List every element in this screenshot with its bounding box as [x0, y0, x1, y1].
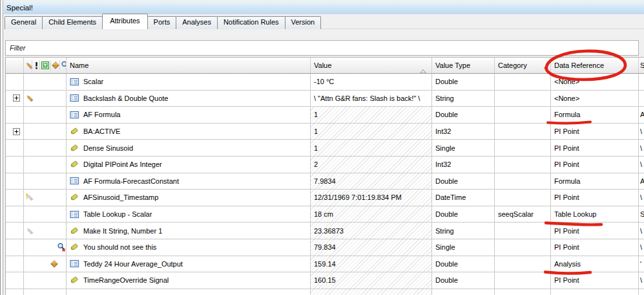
settings-cell[interactable]: \	[639, 190, 644, 206]
header-expand-column[interactable]	[6, 58, 24, 73]
table-row[interactable]: Make It String, Number 123.36873StringPI…	[6, 223, 644, 239]
expand-cell[interactable]	[6, 91, 24, 107]
value-cell[interactable]: -10 °C	[311, 74, 432, 90]
value-type-cell[interactable]: Single	[432, 239, 495, 256]
table-row[interactable]: Teddy 24 Hour Average_Output159.14Double…	[6, 256, 644, 273]
data-reference-cell[interactable]: <None>	[551, 74, 639, 90]
settings-cell[interactable]: \	[639, 140, 644, 156]
category-cell[interactable]	[495, 239, 551, 256]
data-reference-cell[interactable]: <None>	[551, 91, 639, 107]
value-type-cell[interactable]: Double	[432, 272, 495, 289]
data-reference-cell[interactable]: PI Point	[551, 190, 639, 206]
category-cell[interactable]	[495, 256, 551, 272]
category-cell[interactable]	[495, 91, 551, 107]
settings-cell[interactable]: S	[639, 206, 644, 223]
category-cell[interactable]	[495, 272, 551, 289]
column-header-data-reference[interactable]: Data Reference	[551, 58, 639, 73]
value-cell[interactable]: 1	[311, 124, 432, 140]
category-cell[interactable]	[495, 223, 551, 239]
settings-cell[interactable]: \	[639, 157, 644, 173]
table-row[interactable]: You should not see this79.834SinglePI Po…	[6, 239, 644, 256]
settings-cell[interactable]: \	[639, 124, 644, 140]
tab-ports[interactable]: Ports	[147, 16, 177, 29]
settings-cell[interactable]: \	[639, 239, 644, 256]
data-reference-cell[interactable]: Table Lookup	[551, 206, 639, 223]
column-header-category[interactable]: Category	[495, 58, 551, 73]
table-row[interactable]: TimeRangeOverride Signal160.15DoublePI P…	[6, 272, 644, 289]
settings-cell[interactable]: '	[639, 256, 644, 272]
table-row[interactable]: AF Formula-ForecastConstant7.9834DoubleF…	[6, 173, 644, 190]
data-reference-cell[interactable]: PI Point	[551, 124, 639, 140]
table-row[interactable]: AFSinusoid_Timestamp12/31/1969 7:01:19.8…	[6, 190, 644, 206]
value-cell[interactable]: 1	[311, 140, 432, 156]
value-type-cell[interactable]: Int32	[432, 124, 495, 140]
data-reference-cell[interactable]: PI Point	[551, 140, 639, 156]
expand-plus-icon[interactable]	[13, 128, 20, 135]
table-row[interactable]: Table Lookup - Scalar18 cmDoubleseeqScal…	[6, 206, 644, 223]
name-cell[interactable]: Backslash & Double Quote	[67, 91, 311, 107]
name-cell[interactable]: BA:ACTIVE	[67, 124, 311, 140]
tab-general[interactable]: General	[5, 16, 43, 29]
settings-cell[interactable]: \	[639, 223, 644, 239]
category-cell[interactable]	[495, 157, 551, 173]
table-row[interactable]: AF Formula1DoubleFormulaA	[6, 107, 644, 124]
value-type-cell[interactable]: String	[432, 91, 495, 107]
name-cell[interactable]: Make It String, Number 1	[67, 223, 311, 239]
value-type-cell[interactable]: Double	[432, 74, 495, 90]
value-type-cell[interactable]: String	[432, 223, 495, 239]
settings-cell[interactable]: A	[639, 173, 644, 190]
table-row[interactable]: Dense Sinusoid1SinglePI Point\	[6, 140, 644, 157]
column-header-settings-partial[interactable]: S	[639, 58, 644, 73]
value-type-cell[interactable]: Double	[432, 206, 495, 223]
expand-plus-icon[interactable]	[13, 94, 20, 102]
header-flag-columns[interactable]	[24, 58, 67, 73]
value-type-cell[interactable]: Double	[432, 173, 495, 190]
table-row[interactable]: Backslash & Double Quote\ "Attn G&R fans…	[6, 91, 644, 107]
category-cell[interactable]	[495, 124, 551, 140]
category-cell[interactable]	[495, 190, 551, 206]
settings-cell[interactable]	[639, 91, 644, 107]
column-header-name[interactable]: Name	[67, 58, 311, 73]
value-cell[interactable]: 1	[311, 107, 432, 123]
category-cell[interactable]: seeqScalar	[495, 206, 551, 223]
category-cell[interactable]	[495, 173, 551, 190]
value-cell[interactable]: 160.15	[311, 272, 432, 289]
tab-notification-rules[interactable]: Notification Rules	[217, 16, 286, 29]
value-type-cell[interactable]: Double	[432, 107, 495, 123]
category-cell[interactable]	[495, 107, 551, 123]
data-reference-cell[interactable]: PI Point	[551, 239, 639, 256]
table-row[interactable]: Digital PIPoint As Integer2Int32PI Point…	[6, 157, 644, 173]
name-cell[interactable]: Scalar	[67, 74, 311, 90]
value-type-cell[interactable]: Int32	[432, 157, 495, 173]
value-type-cell[interactable]: Single	[432, 140, 495, 156]
name-cell[interactable]: AF Formula	[67, 107, 311, 123]
settings-cell[interactable]: \	[639, 272, 644, 289]
data-reference-cell[interactable]: Formula	[551, 173, 639, 190]
name-cell[interactable]: AF Formula-ForecastConstant	[67, 173, 311, 190]
tab-version[interactable]: Version	[285, 16, 322, 29]
tab-analyses[interactable]: Analyses	[176, 16, 218, 29]
value-type-cell[interactable]: DateTime	[432, 190, 495, 206]
value-cell[interactable]: 12/31/1969 7:01:19.834 PM	[311, 190, 432, 206]
data-reference-cell[interactable]: PI Point	[551, 157, 639, 173]
column-header-value-type[interactable]: Value Type	[432, 58, 495, 73]
value-cell[interactable]: 2	[311, 157, 432, 173]
value-cell[interactable]: 18 cm	[311, 206, 432, 223]
name-cell[interactable]: AFSinusoid_Timestamp	[67, 190, 311, 206]
name-cell[interactable]: Dense Sinusoid	[67, 140, 311, 156]
table-row[interactable]: Scalar-10 °CDouble<None>	[6, 74, 644, 91]
filter-input[interactable]: Filter	[5, 40, 639, 56]
value-cell[interactable]: 23.36873	[311, 223, 432, 239]
table-row[interactable]: BA:ACTIVE1Int32PI Point\	[6, 124, 644, 140]
value-cell[interactable]: 159.14	[311, 256, 432, 272]
tab-child-elements[interactable]: Child Elements	[42, 16, 103, 29]
name-cell[interactable]: Table Lookup - Scalar	[67, 206, 311, 223]
category-cell[interactable]	[495, 140, 551, 156]
expand-cell[interactable]	[6, 124, 24, 140]
column-header-value[interactable]: Value	[311, 58, 432, 73]
name-cell[interactable]: Teddy 24 Hour Average_Output	[67, 256, 311, 272]
value-cell[interactable]: 79.834	[311, 239, 432, 256]
name-cell[interactable]: You should not see this	[67, 239, 311, 256]
name-cell[interactable]: TimeRangeOverride Signal	[67, 272, 311, 289]
value-cell[interactable]: \ "Attn G&R fans: Slash is back!" \	[311, 91, 432, 107]
